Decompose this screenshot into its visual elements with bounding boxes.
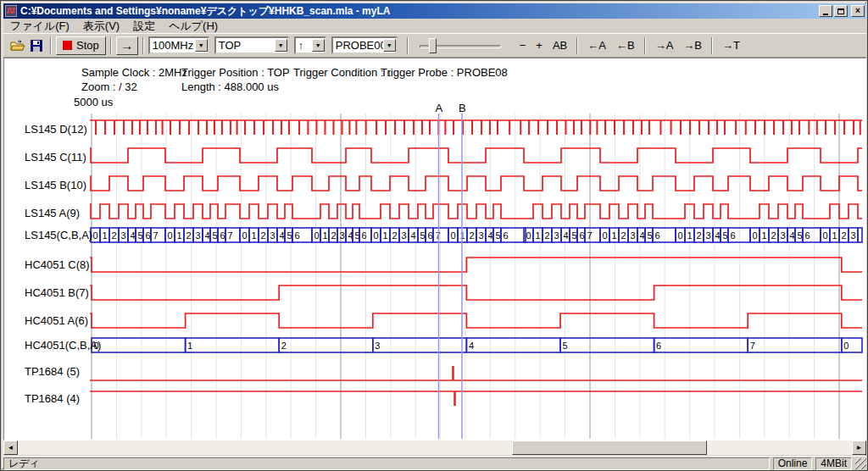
status-message: レディ <box>3 457 770 470</box>
trigger-position-combo[interactable]: TOP ▼ <box>214 36 289 54</box>
time-axis-label: 5000 us <box>74 96 113 108</box>
signal-label-hc4051-c-b-a-: HC4051(C,B,A) <box>25 339 101 352</box>
trigger-probe-info: Trigger Probe : PROBE08 <box>381 66 508 79</box>
trigger-edge-value: ↑ <box>296 39 312 52</box>
signal-label-tp1684-4-: TP1684 (4) <box>25 392 80 405</box>
trigger-probe-combo[interactable]: PROBE00 ▼ <box>331 36 398 54</box>
signal-label-ls145-b-10-: LS145 B(10) <box>25 179 86 191</box>
scroll-left-icon: ◄ <box>8 444 14 452</box>
window-title: C:¥Documents and Settings¥noname¥デスクトップ¥… <box>20 4 817 19</box>
scroll-right-icon: ► <box>856 444 863 452</box>
app-icon <box>5 5 17 17</box>
chevron-down-icon[interactable]: ▼ <box>383 39 396 52</box>
maximize-button[interactable] <box>834 5 848 17</box>
toolbar-separator <box>407 37 409 54</box>
signal-label-ls145-c-11-: LS145 C(11) <box>25 151 86 163</box>
trigger-probe-value: PROBE00 <box>333 39 383 52</box>
trigger-position-info: Trigger Position : TOP <box>181 66 290 79</box>
open-folder-icon <box>10 40 25 52</box>
zoom-in-button[interactable]: + <box>531 37 548 53</box>
minimize-icon <box>823 14 828 15</box>
trigger-edge-combo[interactable]: ↑ ▼ <box>294 36 326 54</box>
toolbar: Stop → 100MHz ▼ TOP ▼ ↑ ▼ PROBE00 ▼ − + <box>3 33 866 58</box>
toolbar-separator <box>644 37 646 54</box>
stop-icon <box>63 41 72 50</box>
app-window: C:¥Documents and Settings¥noname¥デスクトップ¥… <box>0 0 868 471</box>
close-icon: × <box>855 7 860 15</box>
signal-label-tp1684-5-: TP1684 (5) <box>25 365 80 378</box>
length-info: Length : 488.000 us <box>181 80 279 93</box>
save-floppy-icon <box>31 40 42 52</box>
menu-file[interactable]: ファイル(F) <box>3 18 76 35</box>
sample-clock-combo[interactable]: 100MHz ▼ <box>148 36 209 54</box>
waveform-client-area[interactable] <box>3 58 866 441</box>
stop-button[interactable]: Stop <box>56 36 106 55</box>
trigger-position-value: TOP <box>216 39 275 52</box>
sample-clock-value: 100MHz <box>150 39 195 52</box>
resize-grip[interactable] <box>855 458 866 469</box>
toolbar-separator <box>50 37 52 54</box>
toolbar-separator <box>576 37 578 54</box>
signal-label-hc4051-b-7-: HC4051 B(7) <box>25 286 89 299</box>
zoom-info: Zoom : / 32 <box>81 80 137 93</box>
zoom-slider-thumb[interactable] <box>429 38 437 53</box>
signal-label-hc4051-c-8-: HC4051 C(8) <box>25 258 90 271</box>
title-bar[interactable]: C:¥Documents and Settings¥noname¥デスクトップ¥… <box>3 3 866 19</box>
stop-label: Stop <box>76 39 99 52</box>
horizontal-scrollbar[interactable]: ◄ ► <box>3 441 866 455</box>
status-online-badge: Online <box>773 457 813 470</box>
signal-label-hc4051-a-6-: HC4051 A(6) <box>25 314 88 327</box>
status-bar: レディ Online 4MBit <box>3 456 866 470</box>
goto-cursor-a-left-button[interactable]: ←A <box>582 37 611 53</box>
goto-cursor-b-left-button[interactable]: ←B <box>611 37 640 53</box>
status-memory-badge: 4MBit <box>815 457 852 470</box>
toolbar-separator <box>142 37 144 54</box>
menu-view[interactable]: 表示(V) <box>76 18 126 35</box>
zoom-out-button[interactable]: − <box>515 37 531 53</box>
chevron-down-icon[interactable]: ▼ <box>275 39 287 52</box>
goto-trigger-button[interactable]: →T <box>717 37 745 53</box>
open-file-button[interactable] <box>8 37 27 54</box>
run-button[interactable]: → <box>116 36 138 55</box>
signal-label-ls145-c-b-a-: LS145(C,B,A) <box>25 229 92 241</box>
run-arrow-icon: → <box>120 38 133 53</box>
scrollbar-thumb[interactable] <box>512 441 707 455</box>
signal-label-ls145-a-9-: LS145 A(9) <box>25 207 80 219</box>
chevron-down-icon[interactable]: ▼ <box>312 39 325 52</box>
sample-clock-info: Sample Clock : 2MHz <box>81 66 187 79</box>
toolbar-separator <box>110 37 112 54</box>
menu-bar: ファイル(F) 表示(V) 設定 ヘルプ(H) <box>3 19 866 33</box>
minimize-button[interactable] <box>819 5 832 17</box>
toolbar-separator <box>711 37 713 54</box>
goto-cursor-a-right-button[interactable]: →A <box>650 37 679 53</box>
save-file-button[interactable] <box>27 37 46 54</box>
trigger-condition-info: Trigger Condition : ↓ <box>293 66 392 79</box>
scroll-left-button[interactable]: ◄ <box>3 441 18 455</box>
goto-cursor-b-right-button[interactable]: →B <box>678 37 707 53</box>
chevron-down-icon[interactable]: ▼ <box>195 39 208 52</box>
close-button[interactable]: × <box>851 5 865 17</box>
scroll-right-button[interactable]: ► <box>852 441 866 455</box>
signal-label-ls145-d-12-: LS145 D(12) <box>25 123 87 136</box>
menu-settings[interactable]: 設定 <box>126 18 162 35</box>
zoom-ab-button[interactable]: AB <box>548 37 572 53</box>
menu-help[interactable]: ヘルプ(H) <box>162 18 225 35</box>
zoom-slider[interactable] <box>420 37 501 54</box>
maximize-icon <box>837 8 844 14</box>
